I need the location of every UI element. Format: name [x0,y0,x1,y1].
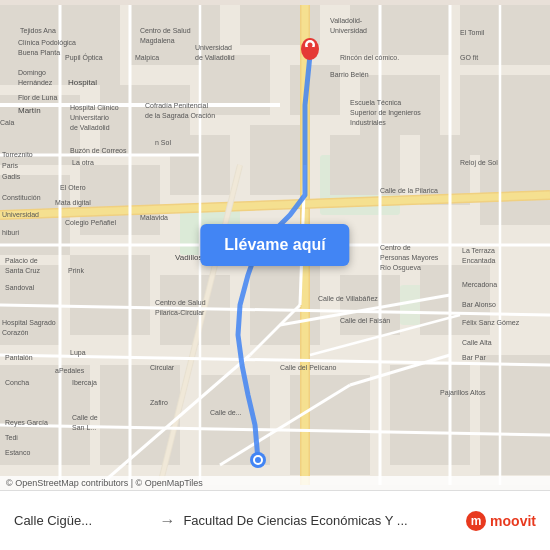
svg-text:Estanco: Estanco [5,449,30,456]
svg-text:Encantada: Encantada [462,257,496,264]
svg-text:hiburi: hiburi [2,229,20,236]
map-container[interactable]: Tejidos Ana Clínica Podológica Buena Pla… [0,0,550,490]
svg-text:El Tomil: El Tomil [460,29,485,36]
svg-text:GO fit: GO fit [460,54,478,61]
svg-text:Malavida: Malavida [140,214,168,221]
svg-text:Río Osgueva: Río Osgueva [380,264,421,272]
svg-text:Calle de: Calle de [72,414,98,421]
svg-text:Rincón del cómico.: Rincón del cómico. [340,54,399,61]
svg-text:Centro de Salud: Centro de Salud [140,27,191,34]
svg-text:de Valladolid: de Valladolid [195,54,235,61]
svg-text:de la Sagrada Oración: de la Sagrada Oración [145,112,215,120]
origin-label: Calle Cigüe... [14,513,151,528]
svg-text:Tedi: Tedi [5,434,18,441]
svg-text:Flor de Luna: Flor de Luna [18,94,57,101]
svg-text:Superior de Ingenieros: Superior de Ingenieros [350,109,421,117]
svg-text:Hospital Clínico: Hospital Clínico [70,104,119,112]
svg-text:Pupil Óptica: Pupil Óptica [65,53,103,62]
svg-text:Prink: Prink [68,267,84,274]
svg-text:Universidad: Universidad [330,27,367,34]
svg-text:Calle del Faisán: Calle del Faisán [340,317,390,324]
svg-text:Palacio de: Palacio de [5,257,38,264]
moovit-letter: m [471,514,482,528]
svg-text:Lupa: Lupa [70,349,86,357]
svg-text:Clínica Podológica: Clínica Podológica [18,39,76,47]
svg-text:Bar Alonso: Bar Alonso [462,301,496,308]
navigate-button[interactable]: Llévame aquí [200,224,349,266]
svg-text:Centro de: Centro de [380,244,411,251]
svg-text:Mercadona: Mercadona [462,281,497,288]
moovit-logo-text: moovit [490,513,536,529]
svg-text:Hospital Sagrado: Hospital Sagrado [2,319,56,327]
svg-text:Magdalena: Magdalena [140,37,175,45]
svg-text:La Terraza: La Terraza [462,247,495,254]
svg-text:Pajarillos Altos: Pajarillos Altos [440,389,486,397]
svg-point-64 [308,43,313,48]
svg-rect-19 [330,135,400,195]
svg-text:Valladolid-: Valladolid- [330,17,363,24]
svg-text:Buena Planta: Buena Planta [18,49,60,56]
svg-text:aPedales: aPedales [55,367,85,374]
svg-text:Calle de Villabáñez: Calle de Villabáñez [318,295,378,302]
arrow-icon: → [159,512,175,530]
svg-text:Calle Alta: Calle Alta [462,339,492,346]
destination-label: Facultad De Ciencias Económicas Y ... [183,513,458,528]
svg-text:Barrio Belén: Barrio Belén [330,71,369,78]
svg-text:Domingo: Domingo [18,69,46,77]
svg-text:Paris: Paris [2,162,18,169]
svg-text:Pantalón: Pantalón [5,354,33,361]
svg-text:de Valladolid: de Valladolid [70,124,110,131]
svg-text:Hospital: Hospital [68,78,97,87]
svg-text:Mata digital: Mata digital [55,199,91,207]
svg-text:Reloj de Sol: Reloj de Sol [460,159,498,167]
svg-text:Colegio Peñafiel: Colegio Peñafiel [65,219,116,227]
svg-text:n Sol: n Sol [155,139,171,146]
svg-text:Concha: Concha [5,379,29,386]
svg-text:Universitario: Universitario [70,114,109,121]
svg-text:Gadis: Gadis [2,173,21,180]
svg-text:Vadillos: Vadillos [175,253,202,262]
svg-text:La otra: La otra [72,159,94,166]
moovit-logo-mark: m [466,511,486,531]
svg-text:Reyes García: Reyes García [5,419,48,427]
svg-text:Santa Cruz: Santa Cruz [5,267,41,274]
svg-text:Corazón: Corazón [2,329,29,336]
svg-point-61 [255,457,261,463]
svg-text:Cofradía Penitencial: Cofradía Penitencial [145,102,208,109]
svg-text:Martín: Martín [18,106,41,115]
bottom-bar: Calle Cigüe... → Facultad De Ciencias Ec… [0,490,550,550]
app: Tejidos Ana Clínica Podológica Buena Pla… [0,0,550,550]
moovit-logo: m moovit [466,511,536,531]
svg-text:Buzón de Correos: Buzón de Correos [70,147,127,154]
svg-text:Malpica: Malpica [135,54,159,62]
svg-rect-32 [390,365,470,465]
svg-text:Universidad: Universidad [195,44,232,51]
svg-text:Hernández: Hernández [18,79,53,86]
svg-text:Cala: Cala [0,119,15,126]
svg-text:Escuela Técnica: Escuela Técnica [350,99,401,106]
svg-rect-21 [480,125,550,225]
svg-text:Calle del Pelícano: Calle del Pelícano [280,364,337,371]
svg-text:San L...: San L... [72,424,96,431]
svg-text:El Otero: El Otero [60,184,86,191]
svg-text:Industriales: Industriales [350,119,386,126]
svg-text:Zafiro: Zafiro [150,399,168,406]
map-attribution: © OpenStreetMap contributors | © OpenMap… [0,476,550,490]
svg-rect-33 [480,355,550,475]
svg-text:Personas Mayores: Personas Mayores [380,254,439,262]
svg-text:Félix Sanz Gómez: Félix Sanz Gómez [462,319,520,326]
svg-text:Ibercaja: Ibercaja [72,379,97,387]
svg-text:Constitución: Constitución [2,194,41,201]
svg-text:Centro de Salud: Centro de Salud [155,299,206,306]
svg-text:Calle de...: Calle de... [210,409,242,416]
svg-text:Pilarica-Circular: Pilarica-Circular [155,309,205,316]
svg-text:Sandoval: Sandoval [5,284,35,291]
svg-text:Calle de la Pilarica: Calle de la Pilarica [380,187,438,194]
svg-text:Bar Par: Bar Par [462,354,486,361]
svg-text:Torreznito: Torreznito [2,151,33,158]
svg-text:Universidad: Universidad [2,211,39,218]
svg-text:Circular: Circular [150,364,175,371]
svg-text:Tejidos Ana: Tejidos Ana [20,27,56,35]
